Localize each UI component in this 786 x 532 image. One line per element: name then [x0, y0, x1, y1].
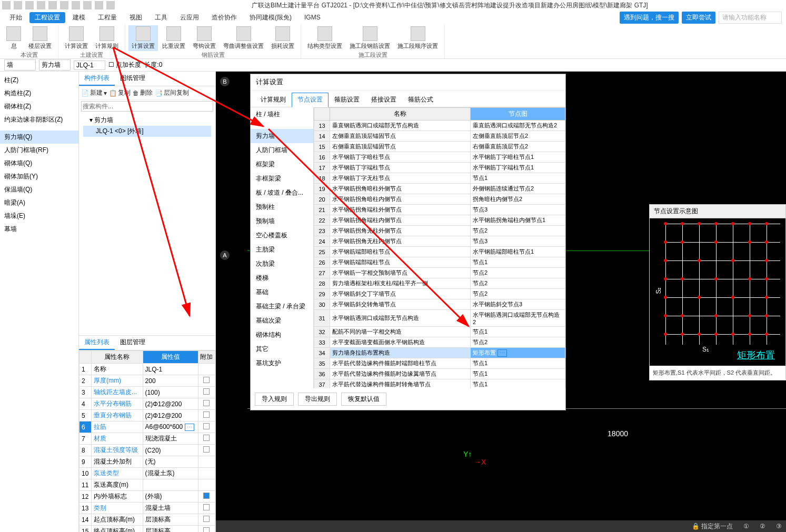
nav-pier[interactable]: 墙垛(E): [0, 209, 78, 223]
rb-hook[interactable]: 弯钩设置: [190, 25, 219, 51]
category-item[interactable]: 主肋梁: [251, 243, 313, 257]
menu-view[interactable]: 视图: [124, 12, 147, 23]
node-value[interactable]: 水平钢筋拐角端柱内侧节点1: [471, 215, 565, 226]
category-item[interactable]: 其它: [251, 342, 313, 356]
node-value[interactable]: 矩形布置 ⋯: [471, 348, 565, 358]
category-item[interactable]: 预制柱: [251, 200, 313, 214]
nav-edge[interactable]: 约束边缘非阴影区(Z): [0, 113, 78, 126]
qat-icon[interactable]: [14, 1, 22, 9]
nav-hidden-beam[interactable]: 暗梁(A): [0, 196, 78, 209]
menu-cloud[interactable]: 云应用: [175, 12, 204, 23]
node-name[interactable]: 水平钢筋斜交丁字墙节点: [330, 289, 471, 299]
btn-layer-copy[interactable]: 📑 层间复制: [155, 88, 189, 97]
node-name[interactable]: 剪力墙身拉筋布置构造: [330, 348, 471, 358]
dlg-tab-stirrup[interactable]: 箍筋设置: [329, 93, 365, 107]
nav-masonry-column[interactable]: 砌体柱(Z): [0, 100, 78, 113]
rb-calc-rule[interactable]: 计算规则: [92, 25, 122, 51]
status-circle[interactable]: ③: [776, 523, 782, 530]
prop-value[interactable]: 200: [143, 375, 198, 387]
node-name[interactable]: 水平钢筋端部暗柱节点: [330, 247, 471, 257]
edit-button[interactable]: ⋯: [498, 349, 507, 357]
prop-name[interactable]: 内/外墙标志: [92, 491, 143, 503]
node-name[interactable]: 水平钢筋拐角无柱外侧节点: [330, 226, 471, 236]
menu-igms[interactable]: IGMS: [299, 13, 326, 22]
combo-category[interactable]: 墙: [4, 59, 36, 71]
node-value[interactable]: 垂直筋遇洞口或端部无节点构造2: [471, 121, 565, 131]
prop-chk[interactable]: [198, 375, 215, 387]
tab-drawing-mgmt[interactable]: 图纸管理: [115, 72, 151, 86]
nav-masonry-rebar[interactable]: 砌体加筋(Y): [0, 170, 78, 183]
prop-chk[interactable]: [198, 410, 215, 421]
prop-value[interactable]: (2)Φ12@200: [143, 410, 198, 421]
prop-chk[interactable]: [198, 398, 215, 410]
tree-root[interactable]: ▾ 剪力墙: [83, 115, 211, 126]
prop-value[interactable]: (无): [143, 456, 198, 468]
qat-icon[interactable]: [37, 1, 45, 9]
combo-type[interactable]: 剪力墙: [39, 59, 71, 71]
qat-icon[interactable]: [25, 1, 34, 9]
prop-name[interactable]: 厚度(mm): [92, 375, 143, 387]
prop-name[interactable]: 类别: [92, 503, 143, 514]
category-item[interactable]: 框架梁: [251, 157, 313, 172]
menu-tools[interactable]: 工具: [150, 12, 173, 23]
prop-value[interactable]: 层顶标高: [143, 526, 198, 533]
node-name[interactable]: 水平钢筋拐角端柱内侧节点: [330, 215, 471, 226]
node-name[interactable]: 水平钢筋拐角端柱外侧节点: [330, 205, 471, 215]
prop-name[interactable]: 名称: [92, 364, 143, 375]
node-name[interactable]: 水平筋代替边缘构件箍筋时边缘翼墙节点: [330, 369, 471, 379]
node-name[interactable]: 水平钢筋拐角暗柱内侧节点: [330, 194, 471, 205]
menu-quantity[interactable]: 工程量: [93, 12, 122, 23]
rb-seg-rebar[interactable]: 施工段钢筋设置: [346, 25, 393, 51]
prop-value[interactable]: (100): [143, 387, 198, 398]
category-item[interactable]: 人防门框墙: [251, 143, 313, 157]
node-value[interactable]: 节点3: [471, 205, 565, 215]
category-item[interactable]: 基坑支护: [251, 356, 313, 370]
nav-insulation[interactable]: 保温墙(Q): [0, 183, 78, 196]
rb-loss[interactable]: 损耗设置: [268, 25, 297, 51]
prop-value[interactable]: (C20): [143, 445, 198, 456]
edit-button[interactable]: ⋯: [185, 424, 194, 431]
btn-delete[interactable]: 🗑 删除: [133, 88, 153, 97]
prop-value[interactable]: (2)Φ12@200: [143, 398, 198, 410]
dlg-tab-rules[interactable]: 计算规则: [255, 93, 292, 107]
node-name[interactable]: 水平钢筋丁字端柱节点: [330, 163, 471, 173]
qat-icon[interactable]: [95, 1, 103, 9]
qat-icon[interactable]: [83, 1, 92, 9]
rb-info[interactable]: 息: [3, 25, 24, 51]
nav-curtain[interactable]: 幕墙: [0, 223, 78, 236]
menu-modeling[interactable]: 建模: [67, 12, 91, 23]
node-value[interactable]: 节点2: [471, 268, 565, 278]
tab-layers[interactable]: 图层管理: [115, 336, 151, 350]
prop-chk[interactable]: [198, 421, 215, 433]
node-name[interactable]: 垂直钢筋遇洞口或端部无节点构造: [330, 121, 471, 131]
category-item[interactable]: 剪力墙: [251, 129, 313, 143]
status-circle[interactable]: ①: [743, 523, 749, 530]
tab-properties[interactable]: 属性列表: [79, 336, 115, 350]
prop-name[interactable]: 材质: [92, 433, 143, 445]
btn-export-rule[interactable]: 导出规则: [298, 393, 337, 406]
node-name[interactable]: 水平钢筋拐角无柱内侧节点: [330, 236, 471, 247]
category-item[interactable]: 基础: [251, 285, 313, 299]
dlg-tab-nodes[interactable]: 节点设置: [292, 93, 329, 107]
node-value[interactable]: 水平钢筋斜交节点3: [471, 299, 565, 310]
node-name[interactable]: 配筋不同的墙一字相交构造: [330, 327, 471, 337]
prop-name[interactable]: 混凝土外加剂: [92, 456, 143, 468]
category-item[interactable]: 空心楼盖板: [251, 228, 313, 243]
nav-column[interactable]: 柱(Z): [0, 74, 78, 87]
prop-value[interactable]: 现浇混凝土: [143, 433, 198, 445]
try-now-button[interactable]: 立即尝试: [682, 12, 715, 24]
node-name[interactable]: 水平钢筋丁字无柱节点: [330, 173, 471, 184]
node-value[interactable]: 节点2: [471, 226, 565, 236]
node-name[interactable]: 水平钢筋遇洞口或端部无节点构造: [330, 310, 471, 327]
prop-chk[interactable]: [198, 456, 215, 468]
node-name[interactable]: 水平筋代替边缘构件箍筋时端部暗柱节点: [330, 358, 471, 369]
category-item[interactable]: 基础次梁: [251, 314, 313, 328]
prop-value[interactable]: [143, 479, 198, 491]
nav-struct-column[interactable]: 构造柱(Z): [0, 87, 78, 100]
category-item[interactable]: 砌体结构: [251, 328, 313, 342]
prop-value[interactable]: (混凝土泵): [143, 468, 198, 479]
node-value[interactable]: 节点1: [471, 257, 565, 268]
menu-cost[interactable]: 造价协作: [206, 12, 242, 23]
prop-name[interactable]: 泵送高度(m): [92, 479, 143, 491]
category-item[interactable]: 板 / 坡道 / 叠合...: [251, 186, 313, 200]
